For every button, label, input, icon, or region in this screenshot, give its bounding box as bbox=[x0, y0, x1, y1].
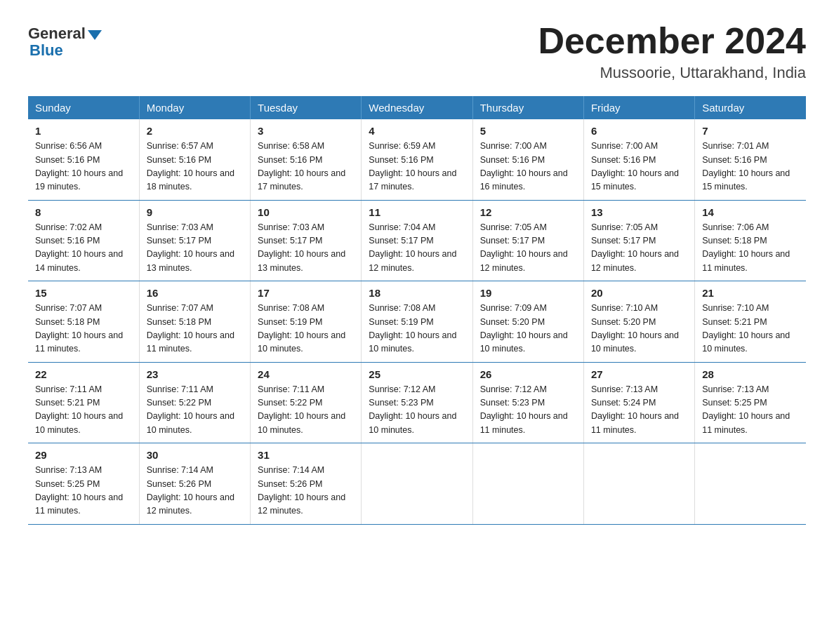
day-of-week-header: Tuesday bbox=[251, 96, 362, 119]
calendar-table: SundayMondayTuesdayWednesdayThursdayFrid… bbox=[28, 96, 806, 525]
day-number: 25 bbox=[369, 368, 465, 380]
day-info: Sunrise: 6:58 AM Sunset: 5:16 PM Dayligh… bbox=[258, 140, 354, 194]
calendar-day-cell: 16 Sunrise: 7:07 AM Sunset: 5:18 PM Dayl… bbox=[139, 281, 250, 363]
calendar-header-row: SundayMondayTuesdayWednesdayThursdayFrid… bbox=[28, 96, 806, 119]
day-of-week-header: Saturday bbox=[695, 96, 806, 119]
calendar-day-cell: 18 Sunrise: 7:08 AM Sunset: 5:19 PM Dayl… bbox=[362, 281, 472, 363]
calendar-day-cell: 27 Sunrise: 7:13 AM Sunset: 5:24 PM Dayl… bbox=[583, 362, 694, 443]
day-number: 16 bbox=[147, 287, 243, 299]
day-info: Sunrise: 7:06 AM Sunset: 5:18 PM Dayligh… bbox=[702, 221, 799, 276]
day-info: Sunrise: 7:05 AM Sunset: 5:17 PM Dayligh… bbox=[480, 221, 576, 276]
calendar-day-cell: 23 Sunrise: 7:11 AM Sunset: 5:22 PM Dayl… bbox=[139, 362, 250, 443]
calendar-week-row: 29 Sunrise: 7:13 AM Sunset: 5:25 PM Dayl… bbox=[28, 443, 806, 525]
calendar-week-row: 22 Sunrise: 7:11 AM Sunset: 5:21 PM Dayl… bbox=[28, 362, 806, 443]
day-info: Sunrise: 7:02 AM Sunset: 5:16 PM Dayligh… bbox=[35, 221, 132, 276]
calendar-day-cell: 10 Sunrise: 7:03 AM Sunset: 5:17 PM Dayl… bbox=[251, 200, 362, 281]
day-info: Sunrise: 6:56 AM Sunset: 5:16 PM Dayligh… bbox=[35, 140, 132, 194]
day-number: 5 bbox=[480, 125, 576, 137]
day-info: Sunrise: 7:14 AM Sunset: 5:26 PM Dayligh… bbox=[258, 464, 354, 518]
logo-arrow-icon bbox=[88, 30, 102, 40]
day-number: 11 bbox=[369, 206, 465, 218]
day-info: Sunrise: 7:10 AM Sunset: 5:21 PM Dayligh… bbox=[702, 302, 799, 356]
day-info: Sunrise: 7:00 AM Sunset: 5:16 PM Dayligh… bbox=[591, 140, 687, 194]
day-number: 29 bbox=[35, 449, 132, 461]
day-of-week-header: Wednesday bbox=[362, 96, 472, 119]
calendar-week-row: 15 Sunrise: 7:07 AM Sunset: 5:18 PM Dayl… bbox=[28, 281, 806, 363]
calendar-day-cell: 2 Sunrise: 6:57 AM Sunset: 5:16 PM Dayli… bbox=[139, 119, 250, 200]
day-number: 2 bbox=[147, 125, 243, 137]
calendar-day-cell: 6 Sunrise: 7:00 AM Sunset: 5:16 PM Dayli… bbox=[583, 119, 694, 200]
day-info: Sunrise: 6:59 AM Sunset: 5:16 PM Dayligh… bbox=[369, 140, 465, 194]
logo-blue-text: Blue bbox=[28, 41, 63, 60]
calendar-day-cell bbox=[362, 443, 472, 525]
day-info: Sunrise: 7:03 AM Sunset: 5:17 PM Dayligh… bbox=[147, 221, 243, 276]
day-number: 15 bbox=[35, 287, 132, 299]
calendar-day-cell: 1 Sunrise: 6:56 AM Sunset: 5:16 PM Dayli… bbox=[28, 119, 139, 200]
day-info: Sunrise: 7:08 AM Sunset: 5:19 PM Dayligh… bbox=[369, 302, 465, 356]
day-info: Sunrise: 7:11 AM Sunset: 5:21 PM Dayligh… bbox=[35, 383, 132, 438]
calendar-title: December 2024 bbox=[538, 21, 806, 61]
calendar-day-cell: 28 Sunrise: 7:13 AM Sunset: 5:25 PM Dayl… bbox=[695, 362, 806, 443]
calendar-day-cell: 11 Sunrise: 7:04 AM Sunset: 5:17 PM Dayl… bbox=[362, 200, 472, 281]
calendar-day-cell: 24 Sunrise: 7:11 AM Sunset: 5:22 PM Dayl… bbox=[251, 362, 362, 443]
day-of-week-header: Monday bbox=[139, 96, 250, 119]
day-of-week-header: Sunday bbox=[28, 96, 139, 119]
page-header: General Blue December 2024 Mussoorie, Ut… bbox=[28, 21, 806, 82]
calendar-day-cell: 8 Sunrise: 7:02 AM Sunset: 5:16 PM Dayli… bbox=[28, 200, 139, 281]
calendar-day-cell: 15 Sunrise: 7:07 AM Sunset: 5:18 PM Dayl… bbox=[28, 281, 139, 363]
day-number: 6 bbox=[591, 125, 687, 137]
day-number: 19 bbox=[480, 287, 576, 299]
day-number: 22 bbox=[35, 368, 132, 380]
day-number: 31 bbox=[258, 449, 354, 461]
calendar-day-cell: 20 Sunrise: 7:10 AM Sunset: 5:20 PM Dayl… bbox=[583, 281, 694, 363]
calendar-day-cell: 13 Sunrise: 7:05 AM Sunset: 5:17 PM Dayl… bbox=[583, 200, 694, 281]
calendar-day-cell: 5 Sunrise: 7:00 AM Sunset: 5:16 PM Dayli… bbox=[472, 119, 583, 200]
day-info: Sunrise: 7:09 AM Sunset: 5:20 PM Dayligh… bbox=[480, 302, 576, 356]
day-info: Sunrise: 7:11 AM Sunset: 5:22 PM Dayligh… bbox=[147, 383, 243, 438]
calendar-day-cell: 30 Sunrise: 7:14 AM Sunset: 5:26 PM Dayl… bbox=[139, 443, 250, 525]
day-number: 10 bbox=[258, 206, 354, 218]
day-info: Sunrise: 7:05 AM Sunset: 5:17 PM Dayligh… bbox=[591, 221, 687, 276]
calendar-day-cell: 17 Sunrise: 7:08 AM Sunset: 5:19 PM Dayl… bbox=[251, 281, 362, 363]
title-block: December 2024 Mussoorie, Uttarakhand, In… bbox=[538, 21, 806, 82]
calendar-subtitle: Mussoorie, Uttarakhand, India bbox=[538, 64, 806, 82]
calendar-day-cell: 29 Sunrise: 7:13 AM Sunset: 5:25 PM Dayl… bbox=[28, 443, 139, 525]
day-info: Sunrise: 7:03 AM Sunset: 5:17 PM Dayligh… bbox=[258, 221, 354, 276]
day-of-week-header: Thursday bbox=[472, 96, 583, 119]
day-number: 8 bbox=[35, 206, 132, 218]
calendar-day-cell: 21 Sunrise: 7:10 AM Sunset: 5:21 PM Dayl… bbox=[695, 281, 806, 363]
day-number: 12 bbox=[480, 206, 576, 218]
day-number: 24 bbox=[258, 368, 354, 380]
day-number: 14 bbox=[702, 206, 799, 218]
calendar-week-row: 1 Sunrise: 6:56 AM Sunset: 5:16 PM Dayli… bbox=[28, 119, 806, 200]
calendar-day-cell: 4 Sunrise: 6:59 AM Sunset: 5:16 PM Dayli… bbox=[362, 119, 472, 200]
calendar-day-cell: 25 Sunrise: 7:12 AM Sunset: 5:23 PM Dayl… bbox=[362, 362, 472, 443]
calendar-day-cell: 7 Sunrise: 7:01 AM Sunset: 5:16 PM Dayli… bbox=[695, 119, 806, 200]
day-number: 26 bbox=[480, 368, 576, 380]
day-number: 9 bbox=[147, 206, 243, 218]
day-info: Sunrise: 7:04 AM Sunset: 5:17 PM Dayligh… bbox=[369, 221, 465, 276]
day-number: 1 bbox=[35, 125, 132, 137]
day-number: 13 bbox=[591, 206, 687, 218]
calendar-day-cell: 22 Sunrise: 7:11 AM Sunset: 5:21 PM Dayl… bbox=[28, 362, 139, 443]
calendar-day-cell: 26 Sunrise: 7:12 AM Sunset: 5:23 PM Dayl… bbox=[472, 362, 583, 443]
day-number: 17 bbox=[258, 287, 354, 299]
day-info: Sunrise: 7:07 AM Sunset: 5:18 PM Dayligh… bbox=[147, 302, 243, 356]
day-info: Sunrise: 7:14 AM Sunset: 5:26 PM Dayligh… bbox=[147, 464, 243, 518]
day-info: Sunrise: 7:01 AM Sunset: 5:16 PM Dayligh… bbox=[702, 140, 799, 194]
calendar-day-cell: 3 Sunrise: 6:58 AM Sunset: 5:16 PM Dayli… bbox=[251, 119, 362, 200]
logo-general-text: General bbox=[28, 25, 86, 43]
calendar-day-cell: 19 Sunrise: 7:09 AM Sunset: 5:20 PM Dayl… bbox=[472, 281, 583, 363]
calendar-day-cell: 12 Sunrise: 7:05 AM Sunset: 5:17 PM Dayl… bbox=[472, 200, 583, 281]
calendar-week-row: 8 Sunrise: 7:02 AM Sunset: 5:16 PM Dayli… bbox=[28, 200, 806, 281]
day-info: Sunrise: 7:12 AM Sunset: 5:23 PM Dayligh… bbox=[480, 383, 576, 438]
calendar-day-cell bbox=[472, 443, 583, 525]
day-info: Sunrise: 6:57 AM Sunset: 5:16 PM Dayligh… bbox=[147, 140, 243, 194]
day-number: 18 bbox=[369, 287, 465, 299]
day-info: Sunrise: 7:13 AM Sunset: 5:24 PM Dayligh… bbox=[591, 383, 687, 438]
calendar-day-cell: 14 Sunrise: 7:06 AM Sunset: 5:18 PM Dayl… bbox=[695, 200, 806, 281]
day-of-week-header: Friday bbox=[583, 96, 694, 119]
day-info: Sunrise: 7:11 AM Sunset: 5:22 PM Dayligh… bbox=[258, 383, 354, 438]
day-number: 30 bbox=[147, 449, 243, 461]
day-info: Sunrise: 7:07 AM Sunset: 5:18 PM Dayligh… bbox=[35, 302, 132, 356]
